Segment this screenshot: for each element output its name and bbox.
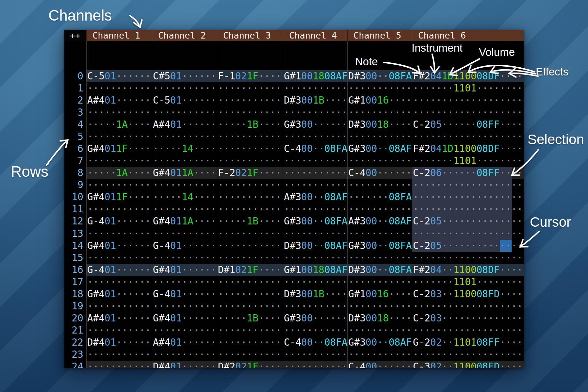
- pattern-cell[interactable]: ···········: [284, 106, 348, 119]
- pattern-cell[interactable]: ···········: [153, 276, 217, 288]
- pattern-cell[interactable]: ···········: [284, 349, 348, 361]
- pattern-cell[interactable]: ···········: [153, 179, 217, 191]
- pattern-cell[interactable]: A#401······: [153, 336, 217, 349]
- pattern-cell[interactable]: ···················: [413, 324, 523, 336]
- pattern-cell[interactable]: ···········: [87, 276, 151, 288]
- pattern-cell[interactable]: G#300··08FA: [348, 240, 412, 252]
- pattern-cell[interactable]: ···········: [87, 203, 151, 215]
- pattern-cell[interactable]: C-205······08FF····: [413, 119, 523, 131]
- pattern-cell[interactable]: G#4011A····: [153, 215, 217, 227]
- pattern-cell[interactable]: ·····1B····: [218, 215, 282, 227]
- pattern-cell[interactable]: ···········: [348, 252, 412, 264]
- pattern-cell[interactable]: ···········: [153, 106, 217, 119]
- pattern-cell[interactable]: F-1021F····: [218, 70, 282, 82]
- pattern-cell[interactable]: A#401······: [87, 312, 151, 324]
- pattern-cell[interactable]: ···········: [284, 276, 348, 288]
- pattern-cell[interactable]: ···········: [87, 106, 151, 119]
- pattern-cell[interactable]: ···················: [413, 131, 523, 143]
- pattern-cell[interactable]: ·······1101········: [413, 276, 523, 288]
- pattern-cell[interactable]: ·····1A····: [87, 119, 151, 131]
- pattern-cell[interactable]: ···········: [348, 82, 412, 94]
- pattern-cell[interactable]: ·····1B····: [218, 312, 282, 324]
- pattern-cell[interactable]: F-2021F····: [218, 167, 282, 179]
- pattern-cell[interactable]: C-501······: [87, 70, 151, 82]
- pattern-cell[interactable]: A#300··08AF: [284, 191, 348, 203]
- pattern-cell[interactable]: ···········: [284, 179, 348, 191]
- pattern-cell[interactable]: C-203··············: [413, 312, 523, 324]
- pattern-cell[interactable]: ···········: [284, 131, 348, 143]
- pattern-cell[interactable]: ·····1B····: [218, 119, 282, 131]
- pattern-cell[interactable]: C-400······: [348, 361, 412, 368]
- pattern-cell[interactable]: F#2041D110008DF····: [413, 70, 523, 82]
- pattern-cell[interactable]: D#401······: [153, 361, 217, 368]
- pattern-cell[interactable]: ···········: [153, 155, 217, 167]
- pattern-cell[interactable]: D#300··08FA: [348, 70, 412, 82]
- pattern-cell[interactable]: G-202··110108FF····: [413, 336, 523, 349]
- pattern-cell[interactable]: ···········: [284, 228, 348, 240]
- pattern-cell[interactable]: ···········: [218, 252, 282, 264]
- channel-header-3[interactable]: Channel 3: [217, 30, 283, 41]
- pattern-cell[interactable]: D#30018····: [348, 312, 412, 324]
- pattern-cell[interactable]: ···········: [218, 324, 282, 336]
- pattern-cell[interactable]: ···········: [218, 191, 282, 203]
- pattern-cell[interactable]: ···········: [348, 228, 412, 240]
- pattern-cell[interactable]: ···········: [348, 106, 412, 119]
- pattern-cell[interactable]: ···········: [87, 361, 151, 368]
- pattern-cell[interactable]: D#1021F····: [218, 264, 282, 276]
- pattern-cell[interactable]: G#300··08AF: [348, 336, 412, 349]
- pattern-cell[interactable]: C-205··············: [413, 240, 523, 252]
- pattern-cell[interactable]: ···········: [284, 203, 348, 215]
- pattern-cell[interactable]: ···········: [348, 179, 412, 191]
- pattern-cell[interactable]: F#2041D110008DF····: [413, 143, 523, 155]
- pattern-cell[interactable]: ···········: [218, 349, 282, 361]
- pattern-cell[interactable]: G#300··08FA: [284, 215, 348, 227]
- pattern-cell[interactable]: ···········: [87, 324, 151, 336]
- pattern-cell[interactable]: A#300··08AF: [348, 215, 412, 227]
- pattern-cell[interactable]: F#204··110008DF····: [413, 264, 523, 276]
- pattern-cell[interactable]: ···········: [218, 300, 282, 312]
- pattern-cell[interactable]: ···········: [87, 179, 151, 191]
- pattern-cell[interactable]: ···················: [413, 179, 523, 191]
- pattern-cell[interactable]: ···········: [348, 324, 412, 336]
- pattern-cell[interactable]: C-501······: [153, 94, 217, 106]
- pattern-cell[interactable]: ···········: [284, 300, 348, 312]
- pattern-cell[interactable]: C-203··110008FD····: [413, 288, 523, 300]
- pattern-cell[interactable]: ···········: [284, 361, 348, 368]
- pattern-cell[interactable]: ···········: [218, 288, 282, 300]
- pattern-cell[interactable]: ···················: [413, 203, 523, 215]
- channel-header-6[interactable]: Channel 6: [412, 30, 524, 41]
- pattern-cell[interactable]: ···········: [153, 300, 217, 312]
- channel-header-1[interactable]: Channel 1: [86, 30, 152, 41]
- pattern-cell[interactable]: ·····14····: [153, 191, 217, 203]
- pattern-cell[interactable]: ·····14····: [153, 143, 217, 155]
- pattern-cell[interactable]: C-400······: [348, 167, 412, 179]
- pattern-cell[interactable]: ···········: [284, 167, 348, 179]
- pattern-cell[interactable]: ···········: [348, 276, 412, 288]
- pattern-cell[interactable]: ···········: [87, 300, 151, 312]
- pattern-cell[interactable]: G#10016····: [348, 288, 412, 300]
- pattern-cell[interactable]: ···················: [413, 191, 523, 203]
- pattern-cell[interactable]: G#4011F····: [87, 143, 151, 155]
- pattern-cell[interactable]: ···········: [218, 131, 282, 143]
- pattern-cell[interactable]: G-401······: [87, 264, 151, 276]
- pattern-cell[interactable]: G#300······: [284, 119, 348, 131]
- pattern-cell[interactable]: A#401······: [87, 94, 151, 106]
- pattern-cell[interactable]: D#2021F····: [218, 361, 282, 368]
- pattern-cell[interactable]: D#401······: [87, 336, 151, 349]
- pattern-cell[interactable]: ···················: [413, 94, 523, 106]
- pattern-cell[interactable]: D#3001B····: [284, 94, 348, 106]
- pattern-cell[interactable]: ···········: [284, 252, 348, 264]
- pattern-cell[interactable]: ···········: [87, 349, 151, 361]
- pattern-cell[interactable]: ·······08FA: [348, 191, 412, 203]
- pattern-cell[interactable]: ···········: [348, 349, 412, 361]
- pattern-cell[interactable]: ···········: [348, 203, 412, 215]
- pattern-cell[interactable]: C#501······: [153, 70, 217, 82]
- pattern-cell[interactable]: C-400··08FA: [284, 143, 348, 155]
- channel-header-2[interactable]: Channel 2: [152, 30, 217, 41]
- pattern-cell[interactable]: G#4011A····: [153, 167, 217, 179]
- pattern-cell[interactable]: ···········: [153, 324, 217, 336]
- pattern-cell[interactable]: ···········: [218, 203, 282, 215]
- pattern-cell[interactable]: D#3001B····: [284, 288, 348, 300]
- pattern-cell[interactable]: ···········: [284, 324, 348, 336]
- pattern-cell[interactable]: G#401······: [87, 288, 151, 300]
